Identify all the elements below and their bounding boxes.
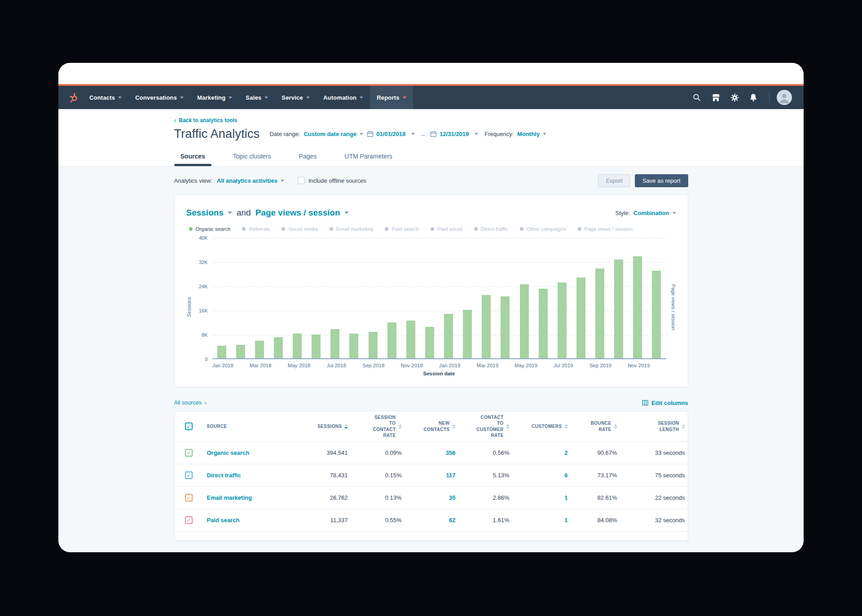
chevron-down-icon — [118, 97, 122, 99]
avatar[interactable] — [777, 90, 792, 105]
x-tick-slot — [537, 363, 554, 368]
cell-customers[interactable]: 2 — [513, 447, 572, 459]
secondary-metric-select[interactable]: Page views / session — [255, 208, 349, 218]
cell-source[interactable]: Email marketing — [203, 492, 293, 504]
legend-item-direct-traffic[interactable]: Direct traffic — [474, 226, 508, 232]
x-tick-slot — [460, 363, 476, 368]
frequency-select[interactable]: Monthly — [517, 131, 546, 137]
export-button[interactable]: Export — [598, 174, 630, 187]
start-date-picker[interactable]: 01/01/2018 — [367, 131, 415, 137]
nav-item-reports[interactable]: Reports — [370, 86, 413, 109]
nav-item-service[interactable]: Service — [275, 86, 317, 109]
legend-dot-icon — [474, 227, 478, 231]
customers-link[interactable]: 1 — [564, 494, 567, 501]
nav-item-sales[interactable]: Sales — [239, 86, 275, 109]
bar-slot — [250, 238, 269, 358]
row-checkbox-organic-search[interactable]: ✓ — [185, 449, 193, 457]
row-checkbox-paid-search[interactable]: ✓ — [185, 516, 193, 524]
include-offline-sources-checkbox[interactable]: Include offline sources — [298, 177, 366, 184]
primary-metric-select[interactable]: Sessions — [186, 208, 232, 218]
column-header-bounce-rate[interactable]: BOUNCE RATE — [572, 418, 621, 435]
cell-new-contacts[interactable]: 35 — [405, 492, 459, 504]
cell-source[interactable]: Organic search — [203, 447, 293, 459]
x-tick-slot — [310, 363, 326, 368]
new-contacts-link[interactable]: 62 — [449, 517, 455, 524]
chart-bar-jun-2019 — [539, 289, 548, 358]
legend-item-referrals[interactable]: Referrals — [242, 226, 270, 232]
x-tick-slot: May 2018 — [288, 363, 311, 368]
nav-item-automation[interactable]: Automation — [317, 86, 370, 109]
column-header-session-to-contact-rate[interactable]: SESSION TO CONTACT RATE — [352, 412, 405, 441]
cell-new-contacts[interactable]: 62 — [405, 514, 459, 526]
legend-item-organic-search[interactable]: Organic search — [189, 226, 231, 232]
nav-item-conversations[interactable]: Conversations — [128, 86, 190, 109]
customers-link[interactable]: 1 — [564, 517, 567, 524]
checkbox-unchecked[interactable] — [298, 177, 305, 184]
new-contacts-link[interactable]: 35 — [449, 494, 455, 501]
search-icon[interactable] — [688, 89, 705, 106]
column-header-session-length[interactable]: SESSION LENGTH — [621, 418, 689, 435]
legend-item-paid-social[interactable]: Paid social — [431, 226, 462, 232]
tab-pages[interactable]: Pages — [293, 148, 323, 166]
legend-item-social-media[interactable]: Social media — [281, 226, 318, 232]
source-link[interactable]: Email marketing — [207, 494, 252, 501]
new-contacts-link[interactable]: 117 — [446, 472, 456, 479]
cell-customers[interactable]: 6 — [513, 469, 572, 481]
new-contacts-link[interactable]: 356 — [446, 449, 456, 456]
back-chevron-icon: ‹ — [174, 118, 176, 123]
bar-slot — [458, 238, 477, 358]
cell-source[interactable]: Direct traffic — [203, 469, 293, 481]
legend-item-email-marketing[interactable]: Email marketing — [330, 226, 373, 232]
row-checkbox-email-marketing[interactable]: ✓ — [185, 494, 193, 502]
customers-link[interactable]: 6 — [564, 472, 567, 479]
column-header-customers[interactable]: CUSTOMERS — [513, 421, 572, 432]
back-to-analytics-link[interactable]: ‹ Back to analytics tools — [174, 117, 237, 123]
calendar-icon — [367, 131, 374, 137]
x-tick-slot: Jul 2018 — [327, 363, 346, 368]
nav-item-marketing[interactable]: Marketing — [190, 86, 239, 109]
source-link[interactable]: Direct traffic — [207, 472, 242, 479]
source-link[interactable]: Organic search — [207, 449, 250, 456]
x-tick: Mar 2019 — [477, 363, 499, 368]
all-sources-link[interactable]: All sources› — [174, 400, 207, 406]
nav-item-contacts[interactable]: Contacts — [83, 86, 128, 109]
column-header-sessions[interactable]: SESSIONS — [293, 421, 352, 432]
chart-style-select[interactable]: Combination — [633, 210, 676, 216]
tab-sources[interactable]: Sources — [174, 148, 211, 166]
x-tick-slot — [423, 363, 439, 368]
legend-dot-icon — [520, 227, 523, 231]
tab-topic-clusters[interactable]: Topic clusters — [227, 148, 277, 166]
bar-slot — [269, 238, 288, 358]
save-as-report-button[interactable]: Save as report — [635, 174, 688, 187]
bar-slot — [609, 238, 628, 358]
cell-source[interactable]: Paid search — [203, 514, 293, 526]
end-date-picker[interactable]: 12/31/2019 — [430, 131, 478, 137]
source-link[interactable]: Paid search — [207, 517, 240, 524]
legend-item-other-campaigns[interactable]: Other campaigns — [520, 226, 566, 232]
row-checkbox-direct-traffic[interactable]: ✓ — [185, 471, 193, 479]
edit-columns-link[interactable]: Edit columns — [642, 400, 688, 406]
notifications-icon[interactable] — [745, 89, 762, 106]
hubspot-logo-icon[interactable] — [65, 92, 83, 103]
bar-slot — [212, 238, 231, 358]
frequency-label: Frequency: — [484, 131, 514, 137]
cell-new-contacts[interactable]: 117 — [405, 469, 459, 481]
chart-bar-feb-2018 — [236, 345, 245, 358]
chart-bar-dec-2019 — [652, 271, 661, 358]
column-header-contact-to-customer-rate[interactable]: CONTACT TO CUSTOMER RATE — [459, 412, 513, 441]
analytics-view-select[interactable]: All analytics activities — [217, 177, 284, 184]
cell-customers[interactable]: 1 — [513, 514, 572, 526]
date-range-select[interactable]: Custom date range — [303, 131, 363, 137]
cell-new-contacts[interactable]: 356 — [405, 447, 459, 459]
cell-customers[interactable]: 1 — [513, 492, 572, 504]
app-window: ContactsConversationsMarketingSalesServi… — [58, 63, 804, 552]
customers-link[interactable]: 2 — [564, 449, 567, 456]
marketplace-icon[interactable] — [707, 89, 724, 106]
settings-icon[interactable] — [726, 89, 743, 106]
column-header-new-contacts[interactable]: NEW CONTACTS — [405, 418, 459, 435]
select-all-checkbox[interactable]: ✓ — [185, 422, 193, 430]
legend-item-paid-search[interactable]: Paid search — [385, 226, 419, 232]
legend-item-page-views-session[interactable]: Page views / session — [578, 226, 633, 232]
chart-bar-feb-2019 — [463, 310, 472, 358]
tab-utm-parameters[interactable]: UTM Parameters — [338, 148, 399, 166]
